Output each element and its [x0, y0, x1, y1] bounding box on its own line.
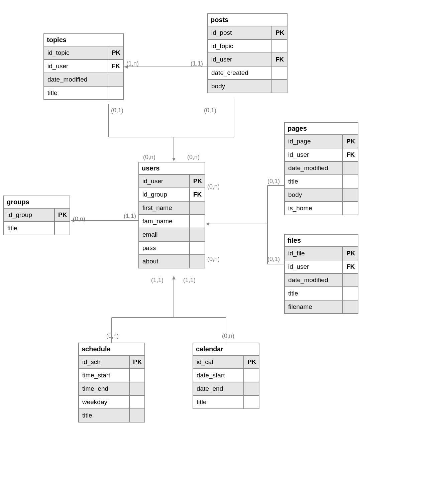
column-name: id_cal — [193, 356, 244, 368]
column-key — [108, 73, 123, 86]
column-key — [130, 369, 144, 382]
column-key — [108, 87, 123, 99]
er-diagram-canvas: topicsid_topicPKid_userFKdate_modifiedti… — [0, 0, 448, 480]
column-name: time_start — [79, 369, 130, 382]
column-key — [244, 369, 259, 382]
entity-pages: pagesid_pagePKid_userFKdate_modifiedtitl… — [284, 122, 358, 215]
column-name: title — [285, 287, 343, 300]
entity-row: body — [285, 189, 358, 202]
entity-row: about — [139, 255, 205, 268]
column-name: id_topic — [208, 40, 272, 52]
cardinality-label: (0,n) — [222, 333, 234, 340]
entity-title: users — [139, 162, 205, 175]
column-name: date_modified — [285, 274, 343, 286]
column-key: PK — [190, 175, 205, 188]
cardinality-label: (0,n) — [207, 256, 220, 263]
column-key — [190, 255, 205, 268]
column-name: is_home — [285, 202, 343, 215]
column-name: body — [208, 80, 272, 93]
column-key — [130, 382, 144, 395]
column-key: PK — [343, 135, 358, 148]
entity-row: id_groupFK — [139, 188, 205, 202]
entity-title: pages — [285, 123, 358, 135]
column-name: id_user — [285, 260, 343, 273]
entity-row: id_topicPK — [44, 46, 123, 60]
column-name: date_modified — [44, 73, 108, 86]
column-name: id_user — [285, 148, 343, 161]
cardinality-label: (1,n) — [126, 60, 139, 67]
column-name: weekday — [79, 396, 130, 408]
column-key — [343, 202, 358, 215]
cardinality-label: (1,1) — [183, 277, 196, 284]
entity-posts: postsid_postPKid_topicid_userFKdate_crea… — [207, 13, 288, 93]
column-name: title — [193, 396, 244, 408]
entity-row: is_home — [285, 202, 358, 215]
entity-row: weekday — [79, 396, 144, 409]
column-name: date_start — [193, 369, 244, 382]
column-key — [272, 80, 287, 93]
entity-row: id_schPK — [79, 356, 144, 369]
column-name: pass — [139, 242, 190, 254]
column-name: title — [79, 409, 130, 422]
column-key — [244, 396, 259, 408]
entity-row: id_topic — [208, 40, 287, 53]
column-name: date_modified — [285, 162, 343, 174]
entity-title: groups — [4, 196, 70, 209]
column-name: title — [44, 87, 108, 99]
column-key — [130, 409, 144, 422]
entity-row: title — [79, 409, 144, 422]
column-key — [343, 301, 358, 313]
cardinality-label: (1,1) — [124, 213, 136, 220]
entity-title: posts — [208, 14, 287, 26]
cardinality-label: (0,1) — [204, 107, 216, 114]
entity-row: title — [285, 175, 358, 189]
column-key — [190, 228, 205, 241]
entity-row: id_postPK — [208, 26, 287, 40]
entity-title: topics — [44, 34, 123, 46]
column-key — [55, 222, 70, 235]
entity-groups: groupsid_groupPKtitle — [3, 196, 70, 235]
entity-files: filesid_filePKid_userFKdate_modifiedtitl… — [284, 234, 358, 314]
column-name: id_topic — [44, 46, 108, 59]
entity-title: schedule — [79, 343, 144, 356]
entity-row: id_userFK — [285, 260, 358, 274]
column-name: filename — [285, 301, 343, 313]
cardinality-label: (0,n) — [73, 216, 85, 223]
column-key — [343, 175, 358, 188]
column-key — [130, 396, 144, 408]
column-name: first_name — [139, 202, 190, 214]
column-name: id_sch — [79, 356, 130, 368]
cardinality-label: (0,1) — [267, 178, 280, 185]
column-key: PK — [343, 247, 358, 260]
entity-title: files — [285, 235, 358, 247]
entity-row: date_modified — [285, 274, 358, 287]
column-key: FK — [343, 148, 358, 161]
entity-row: date_modified — [44, 73, 123, 87]
entity-row: title — [193, 396, 259, 408]
entity-row: id_pagePK — [285, 135, 358, 148]
column-key — [190, 242, 205, 254]
cardinality-label: (0,1) — [111, 107, 123, 114]
column-name: date_created — [208, 67, 272, 79]
cardinality-label: (1,1) — [191, 60, 203, 67]
entity-row: time_start — [79, 369, 144, 382]
cardinality-label: (0,n) — [106, 333, 119, 340]
cardinality-label: (0,n) — [207, 183, 220, 190]
entity-row: title — [4, 222, 70, 235]
column-name: date_end — [193, 382, 244, 395]
entity-row: id_userPK — [139, 175, 205, 188]
column-key — [343, 162, 358, 174]
column-name: id_user — [208, 53, 272, 66]
column-key: PK — [244, 356, 259, 368]
entity-schedule: scheduleid_schPKtime_starttime_endweekda… — [78, 343, 145, 423]
column-name: id_page — [285, 135, 343, 148]
column-key — [272, 40, 287, 52]
column-key — [244, 382, 259, 395]
column-name: id_file — [285, 247, 343, 260]
cardinality-label: (1,1) — [151, 277, 163, 284]
column-key — [343, 274, 358, 286]
entity-row: body — [208, 80, 287, 93]
column-name: about — [139, 255, 190, 268]
entity-row: id_filePK — [285, 247, 358, 260]
column-key: PK — [272, 26, 287, 39]
